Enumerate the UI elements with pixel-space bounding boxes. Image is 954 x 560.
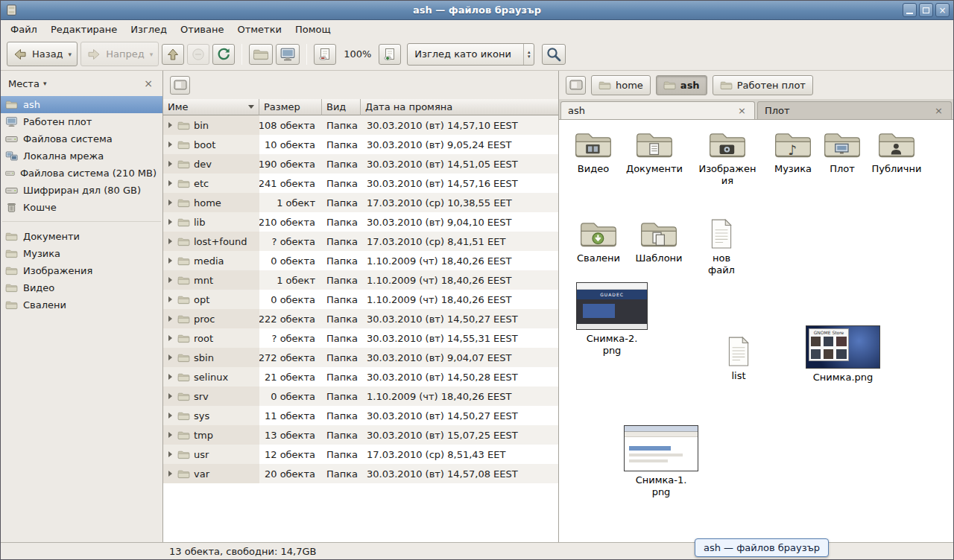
minimize-button[interactable] <box>903 3 917 17</box>
menu-bookmarks[interactable]: Отметки <box>230 22 288 37</box>
tab-close-icon[interactable]: × <box>933 105 944 116</box>
icon-view-item[interactable]: нов файл <box>698 218 745 276</box>
path-button-home[interactable]: home <box>591 75 651 95</box>
up-button[interactable] <box>162 44 184 65</box>
places-dropdown-icon[interactable]: ▾ <box>43 80 47 87</box>
icon-view-item[interactable]: Публични <box>867 129 926 175</box>
expander-icon[interactable] <box>168 354 172 360</box>
table-row[interactable]: media0 обектаПапка1.10.2009 (чт) 18,40,2… <box>163 251 558 270</box>
table-row[interactable]: lib210 обектаПапка30.03.2010 (вт) 9,04,1… <box>163 212 558 232</box>
expander-icon[interactable] <box>168 258 172 264</box>
tab-plot[interactable]: Плот× <box>757 101 952 119</box>
expander-icon[interactable] <box>168 200 172 206</box>
table-row[interactable]: usr12 обектаПапка17.03.2010 (ср) 8,51,43… <box>163 445 558 464</box>
table-row[interactable]: boot10 обектаПапка30.03.2010 (вт) 9,05,2… <box>163 135 558 154</box>
icon-view-item[interactable]: GNOME StoreСнимка.png <box>804 325 882 384</box>
expander-icon[interactable] <box>168 335 172 341</box>
table-row[interactable]: home1 обектПапка17.03.2010 (ср) 10,38,55… <box>163 193 558 212</box>
place-item[interactable]: Документи <box>1 228 162 245</box>
back-button[interactable]: Назад ▾ <box>7 42 78 66</box>
stop-button[interactable] <box>187 44 209 65</box>
place-item[interactable]: Изображения <box>1 262 162 279</box>
close-sidebar-button[interactable]: × <box>142 77 155 89</box>
place-item[interactable]: Музика <box>1 245 162 262</box>
place-item[interactable]: Свалени <box>1 296 162 314</box>
zoom-in-button[interactable] <box>379 44 401 65</box>
zoom-out-button[interactable] <box>314 44 336 65</box>
icon-view-item[interactable]: GUADECСнимка-2.png <box>575 282 648 357</box>
table-row[interactable]: opt0 обектаПапка1.10.2009 (чт) 18,40,26 … <box>163 290 558 309</box>
expander-icon[interactable] <box>168 413 172 419</box>
close-button[interactable]: × <box>935 3 950 17</box>
table-row[interactable]: tmp13 обектаПапка30.03.2010 (вт) 15,07,2… <box>163 425 558 445</box>
icon-view-item[interactable]: Изображения <box>697 129 758 187</box>
icon-view-item[interactable]: Документи <box>622 129 686 175</box>
expander-icon[interactable] <box>168 316 172 322</box>
path-button-desktop[interactable]: Работен плот <box>713 75 813 95</box>
place-item[interactable]: Локална мрежа <box>1 147 162 165</box>
table-row[interactable]: srv0 обектаПапка1.10.2009 (чт) 18,40,26 … <box>163 386 558 406</box>
view-mode-select[interactable]: Изглед като икони ▴▾ <box>407 43 534 66</box>
computer-button[interactable] <box>276 44 300 65</box>
icon-view-item[interactable]: ♪Музика <box>768 129 818 175</box>
place-item[interactable]: Шифриран дял (80 GB) <box>1 182 162 199</box>
menu-file[interactable]: Файл <box>4 22 44 37</box>
expander-icon[interactable] <box>168 393 172 399</box>
expander-icon[interactable] <box>168 374 172 380</box>
table-row[interactable]: sbin272 обектаПапка30.03.2010 (вт) 9,04,… <box>163 348 558 367</box>
table-row[interactable]: root? обектаПапка30.03.2010 (вт) 14,55,3… <box>163 328 558 348</box>
expander-icon[interactable] <box>168 122 172 128</box>
search-button[interactable] <box>542 44 566 65</box>
tab-ash[interactable]: ash× <box>560 101 755 119</box>
expander-icon[interactable] <box>168 432 172 438</box>
path-button-ash[interactable]: ash <box>656 75 707 95</box>
back-history-chevron-icon[interactable]: ▾ <box>69 51 72 58</box>
icon-view-item[interactable]: list <box>716 336 761 382</box>
menu-go[interactable]: Отиване <box>174 22 230 37</box>
column-header-size[interactable]: Размер <box>259 99 322 115</box>
place-item[interactable]: Файлова система (210 MB) <box>1 165 162 182</box>
table-row[interactable]: bin108 обектаПапка30.03.2010 (вт) 14,57,… <box>163 115 558 135</box>
column-header-date[interactable]: Дата на промяна <box>361 99 558 115</box>
tab-close-icon[interactable]: × <box>736 105 748 116</box>
maximize-button[interactable] <box>919 3 933 17</box>
expander-icon[interactable] <box>168 296 172 302</box>
home-button[interactable] <box>249 44 273 65</box>
place-item[interactable]: Видео <box>1 279 162 296</box>
place-item[interactable]: ash <box>1 96 162 113</box>
table-row[interactable]: var20 обектаПапка30.03.2010 (вт) 14,57,0… <box>163 464 558 483</box>
menu-edit[interactable]: Редактиране <box>44 22 124 37</box>
icon-view-item[interactable]: Снимка-1.png <box>624 425 698 498</box>
table-row[interactable]: etc241 обектаПапка30.03.2010 (вт) 14,57,… <box>163 174 558 193</box>
pane-location-button[interactable] <box>566 76 586 95</box>
expander-icon[interactable] <box>168 180 172 186</box>
place-item[interactable]: Кошче <box>1 199 162 216</box>
table-row[interactable]: sys11 обектаПапка30.03.2010 (вт) 14,50,2… <box>163 406 558 425</box>
place-item[interactable]: Работен плот <box>1 113 162 130</box>
expander-icon[interactable] <box>168 471 172 477</box>
places-header[interactable]: Места ▾ × <box>1 71 162 96</box>
menu-view[interactable]: Изглед <box>124 22 174 37</box>
icon-view-item[interactable]: Шаблони <box>632 218 686 264</box>
column-header-name[interactable]: Име <box>163 99 259 115</box>
icon-view-item[interactable]: Плот <box>819 129 865 175</box>
menu-help[interactable]: Помощ <box>288 22 338 37</box>
reload-button[interactable] <box>212 44 235 65</box>
expander-icon[interactable] <box>168 161 172 167</box>
table-row[interactable]: dev190 обектаПапка30.03.2010 (вт) 14,51,… <box>163 154 558 174</box>
place-item[interactable]: Файлова система <box>1 130 162 147</box>
expander-icon[interactable] <box>168 277 172 283</box>
icon-view-item[interactable]: Свалени <box>574 218 623 264</box>
pane-location-button[interactable] <box>170 76 190 95</box>
column-header-type[interactable]: Вид <box>322 99 361 115</box>
icon-view-item[interactable]: Видео <box>569 129 618 175</box>
table-row[interactable]: proc222 обектаПапка30.03.2010 (вт) 14,50… <box>163 309 558 328</box>
expander-icon[interactable] <box>168 219 172 225</box>
table-row[interactable]: selinux21 обектаПапка30.03.2010 (вт) 14,… <box>163 367 558 386</box>
table-row[interactable]: lost+found? обектаПапка17.03.2010 (ср) 8… <box>163 232 558 251</box>
forward-button[interactable]: Напред ▾ <box>80 42 159 66</box>
expander-icon[interactable] <box>168 141 172 147</box>
expander-icon[interactable] <box>168 451 172 457</box>
table-row[interactable]: mnt1 обектПапка1.10.2009 (чт) 18,40,26 E… <box>163 270 558 290</box>
expander-icon[interactable] <box>168 238 172 244</box>
